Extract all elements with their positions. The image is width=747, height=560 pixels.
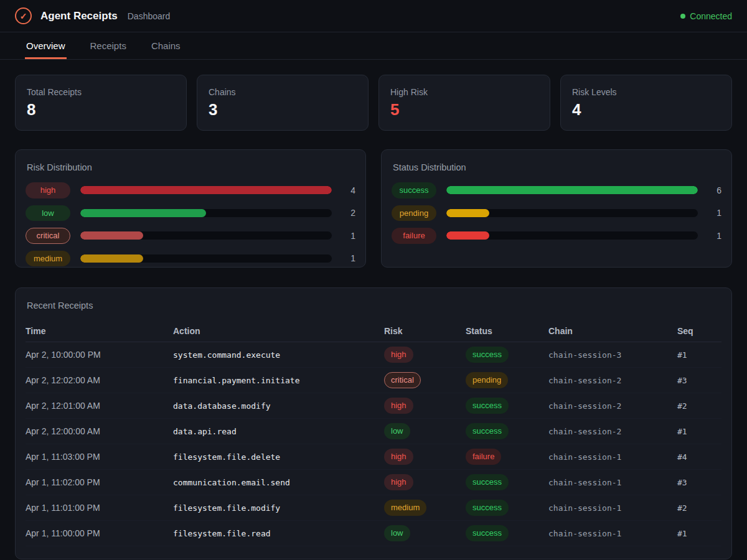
bar-fill <box>80 209 206 217</box>
receipt-action: filesystem.file.read <box>173 529 384 538</box>
connection-label: Connected <box>690 11 732 21</box>
receipt-time: Apr 2, 10:00:00 PM <box>26 350 173 360</box>
risk-cell: medium <box>384 500 466 516</box>
tab-receipts[interactable]: Receipts <box>89 32 128 59</box>
distribution-count: 2 <box>342 208 355 218</box>
receipt-action: system.command.execute <box>173 350 384 360</box>
receipt-seq: #3 <box>677 376 721 385</box>
status-cell: failure <box>466 449 548 465</box>
table-header-row: Time Action Risk Status Chain Seq <box>26 320 721 342</box>
distribution-row: low 2 <box>26 205 355 222</box>
receipt-action: financial.payment.initiate <box>173 376 384 385</box>
risk-badge: high <box>384 398 413 414</box>
status-cell: success <box>466 347 548 363</box>
stat-card-total-receipts: Total Receipts 8 <box>15 75 187 131</box>
status-cell: success <box>466 525 548 541</box>
risk-badge: critical <box>26 228 70 244</box>
tab-overview[interactable]: Overview <box>25 32 67 59</box>
bar-fill <box>446 186 698 194</box>
status-badge: failure <box>392 228 436 244</box>
table-row[interactable]: Apr 1, 11:00:00 PM filesystem.file.read … <box>26 521 721 546</box>
table-title: Recent Receipts <box>27 301 721 310</box>
receipt-seq: #3 <box>677 478 721 487</box>
column-header-status: Status <box>466 326 548 336</box>
stat-label: Risk Levels <box>572 87 720 97</box>
header-left: ✓ Agent Receipts Dashboard <box>15 7 170 24</box>
column-header-chain: Chain <box>548 326 677 336</box>
receipt-seq: #2 <box>677 503 721 513</box>
table-row[interactable]: Apr 2, 12:00:00 AM data.api.read low suc… <box>26 419 721 444</box>
connection-status: Connected <box>680 11 732 21</box>
bar-fill <box>80 254 143 263</box>
table-row[interactable]: Apr 1, 11:03:00 PM filesystem.file.delet… <box>26 444 721 470</box>
tab-label: Receipts <box>90 40 126 51</box>
table-row[interactable]: Apr 2, 10:00:00 PM system.command.execut… <box>26 342 721 368</box>
risk-badge: low <box>384 525 410 541</box>
risk-badge: high <box>384 474 413 490</box>
bar-fill <box>446 231 489 240</box>
stat-card-chains: Chains 3 <box>197 75 369 131</box>
table-row[interactable]: Apr 2, 12:01:00 AM data.database.modify … <box>26 393 721 419</box>
receipt-chain: chain-session-1 <box>548 529 677 538</box>
distribution-count: 6 <box>708 185 721 195</box>
status-badge: pending <box>392 205 436 222</box>
status-badge: success <box>466 398 509 414</box>
status-distribution-panel: Status Distribution success 6 pending 1 … <box>381 149 732 268</box>
table-row[interactable]: Apr 1, 11:01:00 PM filesystem.file.modif… <box>26 495 721 521</box>
bar-track <box>446 186 698 194</box>
stat-value: 8 <box>27 101 175 118</box>
risk-badge: medium <box>26 251 70 267</box>
risk-badge: critical <box>384 372 421 388</box>
risk-cell: high <box>384 398 466 414</box>
stat-label: Total Receipts <box>27 87 175 97</box>
app-title: Agent Receipts <box>40 10 118 22</box>
receipt-time: Apr 2, 12:02:00 AM <box>26 375 173 385</box>
tab-chains[interactable]: Chains <box>150 32 182 59</box>
receipt-chain: chain-session-1 <box>548 503 677 513</box>
bar-track <box>80 254 332 263</box>
panel-title: Status Distribution <box>393 162 721 172</box>
receipt-seq: #1 <box>677 350 721 360</box>
status-badge: success <box>466 423 509 439</box>
stat-card-risk-levels: Risk Levels 4 <box>560 75 732 131</box>
receipt-action: filesystem.file.modify <box>173 503 384 513</box>
distribution-row: high 4 <box>26 182 355 198</box>
distribution-count: 4 <box>342 185 355 195</box>
column-header-time: Time <box>26 326 173 336</box>
risk-badge: medium <box>384 500 426 516</box>
risk-cell: high <box>384 449 466 465</box>
stat-value: 5 <box>390 101 538 118</box>
risk-cell: critical <box>384 372 466 388</box>
table-row[interactable]: Apr 2, 12:02:00 AM financial.payment.ini… <box>26 368 721 393</box>
tab-bar: Overview Receipts Chains <box>0 32 747 60</box>
receipt-chain: chain-session-3 <box>548 350 677 360</box>
bar-fill <box>80 186 332 194</box>
risk-cell: high <box>384 474 466 490</box>
distribution-count: 1 <box>342 253 355 263</box>
status-cell: success <box>466 474 548 490</box>
risk-cell: low <box>384 525 466 541</box>
receipt-time: Apr 1, 11:00:00 PM <box>26 528 173 538</box>
risk-cell: high <box>384 347 466 363</box>
receipt-action: communication.email.send <box>173 478 384 487</box>
stat-cards: Total Receipts 8 Chains 3 High Risk 5 Ri… <box>15 75 732 131</box>
bar-fill <box>80 231 143 240</box>
bar-fill <box>446 209 489 217</box>
bar-track <box>80 231 332 240</box>
receipt-time: Apr 1, 11:03:00 PM <box>26 452 173 462</box>
distribution-row: medium 1 <box>26 251 355 267</box>
table-row[interactable]: Apr 1, 11:02:00 PM communication.email.s… <box>26 470 721 495</box>
receipt-chain: chain-session-1 <box>548 452 677 462</box>
check-circle-icon: ✓ <box>15 7 32 24</box>
receipt-time: Apr 2, 12:00:00 AM <box>26 426 173 436</box>
bar-track <box>80 209 332 217</box>
main-content: Total Receipts 8 Chains 3 High Risk 5 Ri… <box>0 60 747 560</box>
risk-badge: high <box>384 347 413 363</box>
status-badge: success <box>466 500 509 516</box>
receipt-action: filesystem.file.delete <box>173 452 384 462</box>
risk-cell: low <box>384 423 466 439</box>
tab-label: Overview <box>26 40 65 51</box>
receipt-chain: chain-session-2 <box>548 376 677 385</box>
bar-track <box>446 209 698 217</box>
app-header: ✓ Agent Receipts Dashboard Connected <box>0 0 747 32</box>
